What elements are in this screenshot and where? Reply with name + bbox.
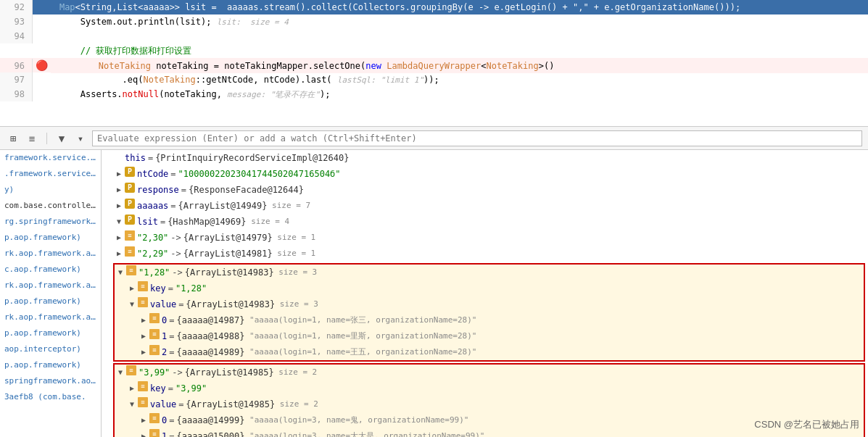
var-meta-230: size = 1: [273, 230, 316, 245]
toggle-lsit[interactable]: ▼: [113, 215, 125, 229]
code-line-93: 93 System.out.println(lsit); lsit: size …: [0, 14, 868, 29]
var-value-this: {PrintInquiryRecordServiceImpl@12640}: [155, 151, 349, 165]
stack-item-14[interactable]: p.aop.framework): [0, 357, 101, 373]
var-row-128-0[interactable]: ▶ ≡ 0 = {aaaaa@14987} "aaaaa(login=1, na…: [115, 312, 864, 328]
line-number-98: 98: [0, 87, 33, 101]
var-row-230[interactable]: ▶ ≡ "2,30" -> {ArrayList@14979} size = 1: [102, 230, 868, 246]
var-128-2-name: 2: [162, 345, 167, 359]
var-row-399-1[interactable]: ▶ ≡ 1 = {aaaaa@15000} "aaaaa(login=3, na…: [115, 428, 864, 437]
var-128-2-value: {aaaaa@14989}: [176, 345, 244, 359]
var-row-aaaaas[interactable]: ▶ P aaaaas = {ArrayList@14949} size = 7: [102, 198, 868, 214]
toggle-key-128[interactable]: ▶: [126, 281, 138, 296]
stack-item-15[interactable]: springframework.aop.f: [0, 373, 101, 389]
toggle-229[interactable]: ▶: [113, 246, 125, 261]
toggle-230[interactable]: ▶: [113, 230, 125, 245]
stack-item-12[interactable]: p.aop.framework): [0, 325, 101, 341]
toggle-399-0[interactable]: ▶: [138, 413, 149, 428]
line-content-93: System.out.println(lsit); lsit: size = 4: [33, 14, 868, 30]
var-399-1-value: {aaaaa@15000}: [176, 429, 244, 437]
toggle-128-0[interactable]: ▶: [138, 313, 149, 328]
icon-field-key-128: ≡: [138, 281, 148, 291]
line-content-96: NoteTaking noteTaking = noteTakingMapper…: [51, 59, 868, 73]
stack-item-11[interactable]: rk.aop.framework.ada: [0, 309, 101, 325]
var-row-128[interactable]: ▼ ≡ "1,28" -> {ArrayList@14983} size = 3: [115, 265, 864, 280]
format-icon[interactable]: ≡: [25, 131, 39, 146]
var-key-name: key: [150, 281, 166, 296]
settings-icon[interactable]: ▾: [73, 131, 88, 146]
var-row-128-2[interactable]: ▶ ≡ 2 = {aaaaa@14989} "aaaaa(login=1, na…: [115, 344, 864, 360]
stack-item-8[interactable]: c.aop.framework): [0, 262, 101, 278]
var-name-128: "1,28": [139, 265, 170, 280]
var-row-229[interactable]: ▶ ≡ "2,29" -> {ArrayList@14981} size = 1: [102, 246, 868, 262]
var-399-1-meta: "aaaaa(login=3, name=大大是, organizationNa…: [244, 429, 484, 437]
var-meta-128: size = 3: [274, 265, 318, 280]
var-row-lsit[interactable]: ▼ P lsit = {HashMap@14969} size = 4: [102, 214, 868, 230]
icon-field-399-0: ≡: [149, 413, 160, 423]
line-content-97: .eq(NoteTaking::getNtCode, ntCode).last(…: [33, 72, 868, 88]
var-name-229: "2,29": [137, 246, 168, 261]
code-line-96: 96 🔴 NoteTaking noteTaking = noteTakingM…: [0, 58, 868, 72]
filter-icon[interactable]: ▼: [54, 131, 69, 146]
var-399-0-value: {aaaaa@14999}: [176, 413, 244, 428]
stack-item-5[interactable]: rg.springframework.ao: [0, 214, 101, 230]
icon-field-value-128: ≡: [138, 297, 148, 307]
icon-field-128: ≡: [126, 265, 136, 275]
stack-item-7[interactable]: rk.aop.framework.ada: [0, 246, 101, 262]
line-content-92: Map<String,List<aaaaa>> lsit = aaaaas.st…: [33, 0, 868, 14]
var-128-0-name: 0: [162, 313, 167, 328]
stack-item-3[interactable]: y): [0, 182, 101, 198]
toggle-aaaaas[interactable]: ▶: [113, 199, 125, 213]
var-row-399[interactable]: ▼ ≡ "3,99" -> {ArrayList@14985} size = 2: [115, 365, 864, 380]
line-number-96: 96: [0, 59, 33, 73]
stack-item-4[interactable]: com.base.controller.ing: [0, 198, 101, 214]
var-value-229: {ArrayList@14981}: [183, 246, 273, 261]
var-399-0-name: 0: [162, 413, 167, 428]
var-row-399-0[interactable]: ▶ ≡ 0 = {aaaaa@14999} "aaaaa(login=3, na…: [115, 412, 864, 428]
line-number-97: 97: [0, 72, 33, 87]
line-number-93: 93: [0, 14, 33, 29]
var-name-ntcode: ntCode: [137, 167, 168, 181]
var-row-this[interactable]: this = {PrintInquiryRecordServiceImpl@12…: [102, 150, 868, 166]
toggle-399-1[interactable]: ▶: [138, 429, 149, 437]
stack-item-13[interactable]: aop.interceptor): [0, 341, 101, 357]
var-name-399: "3,99": [139, 365, 170, 380]
stack-item-16[interactable]: 3aefb8 (com.base.: [0, 389, 101, 405]
var-row-key-128[interactable]: ▶ ≡ key = "1,28": [115, 280, 864, 296]
var-row-ntcode[interactable]: ▶ P ntCode = "10000022023041744502047165…: [102, 166, 868, 182]
eval-input[interactable]: [92, 130, 862, 146]
var-row-128-1[interactable]: ▶ ≡ 1 = {aaaaa@14988} "aaaaa(login=1, na…: [115, 328, 864, 344]
var-row-value-128[interactable]: ▼ ≡ value = {ArrayList@14983} size = 3: [115, 296, 864, 312]
toggle-key-399[interactable]: ▶: [126, 381, 138, 396]
var-meta-lsit: size = 4: [247, 215, 290, 229]
var-128-1-meta: "aaaaa(login=1, name=里斯, organizationNam…: [244, 329, 476, 344]
toggle-response[interactable]: ▶: [113, 183, 125, 197]
toggle-128[interactable]: ▼: [115, 265, 126, 280]
toggle-value-399[interactable]: ▼: [126, 397, 138, 412]
stack-item-9[interactable]: rk.aop.framework.ada: [0, 278, 101, 294]
stack-item-10[interactable]: p.aop.framework): [0, 294, 101, 309]
toggle-value-128[interactable]: ▼: [126, 297, 138, 312]
var-name-this: this: [125, 151, 146, 165]
line-number-92: 92: [0, 0, 33, 14]
icon-field-key-399: ≡: [138, 381, 148, 391]
table-icon[interactable]: ⊞: [6, 131, 20, 146]
var-name-aaaaas: aaaaas: [137, 199, 168, 213]
toggle-ntcode[interactable]: ▶: [113, 167, 125, 181]
red-group-1: ▼ ≡ "1,28" -> {ArrayList@14983} size = 3…: [113, 263, 865, 362]
stack-item-6[interactable]: p.aop.framework): [0, 230, 101, 246]
var-row-key-399[interactable]: ▶ ≡ key = "3,99": [115, 380, 864, 396]
var-name-response: response: [137, 183, 179, 197]
toggle-128-1[interactable]: ▶: [138, 329, 149, 344]
var-value-name-128: value: [150, 297, 176, 312]
toggle-399[interactable]: ▼: [115, 365, 126, 380]
var-value-399-val: {ArrayList@14985}: [186, 397, 275, 412]
stack-item-2[interactable]: .framework.service.bus: [0, 166, 101, 182]
toggle-128-2[interactable]: ▶: [138, 345, 149, 359]
var-meta-399: size = 2: [274, 365, 318, 380]
var-meta-aaaaas: size = 7: [267, 199, 310, 213]
stack-item-1[interactable]: framework.service.busines: [0, 150, 101, 166]
var-row-response[interactable]: ▶ P response = {ResponseFacade@12644}: [102, 182, 868, 198]
var-name-230: "2,30": [137, 230, 168, 245]
var-row-value-399[interactable]: ▼ ≡ value = {ArrayList@14985} size = 2: [115, 396, 864, 412]
icon-p-lsit: P: [125, 215, 135, 225]
